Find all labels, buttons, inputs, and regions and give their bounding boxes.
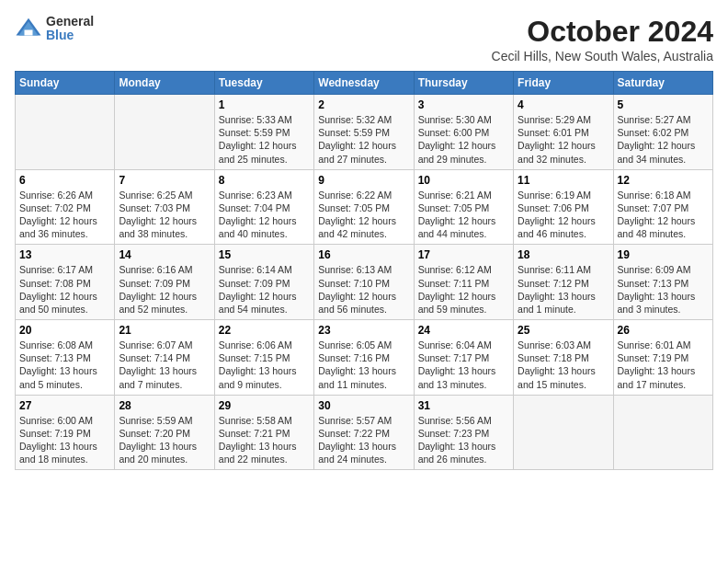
day-number: 26 xyxy=(618,324,709,337)
page-header: General Blue October 2024 Cecil Hills, N… xyxy=(15,15,713,63)
day-info: Sunrise: 5:57 AM Sunset: 7:22 PM Dayligh… xyxy=(318,414,409,466)
day-number: 12 xyxy=(618,174,709,187)
day-number: 19 xyxy=(618,248,709,261)
day-info: Sunrise: 6:12 AM Sunset: 7:11 PM Dayligh… xyxy=(418,263,509,316)
logo: General Blue xyxy=(15,15,94,43)
day-info: Sunrise: 6:23 AM Sunset: 7:04 PM Dayligh… xyxy=(219,189,310,241)
day-info: Sunrise: 5:30 AM Sunset: 6:00 PM Dayligh… xyxy=(418,113,509,166)
day-info: Sunrise: 6:14 AM Sunset: 7:09 PM Dayligh… xyxy=(219,263,310,316)
day-info: Sunrise: 5:58 AM Sunset: 7:21 PM Dayligh… xyxy=(219,414,310,466)
calendar-cell: 3Sunrise: 5:30 AM Sunset: 6:00 PM Daylig… xyxy=(414,95,513,170)
day-info: Sunrise: 6:08 AM Sunset: 7:13 PM Dayligh… xyxy=(19,339,110,391)
day-number: 3 xyxy=(418,98,509,111)
logo-general: General xyxy=(46,15,94,29)
day-number: 20 xyxy=(19,324,110,337)
week-row-1: 1Sunrise: 5:33 AM Sunset: 5:59 PM Daylig… xyxy=(16,95,713,170)
day-number: 6 xyxy=(19,174,110,187)
day-number: 16 xyxy=(318,248,409,261)
day-number: 7 xyxy=(119,174,210,187)
day-number: 21 xyxy=(119,324,210,337)
calendar-cell: 1Sunrise: 5:33 AM Sunset: 5:59 PM Daylig… xyxy=(214,95,313,170)
day-info: Sunrise: 6:17 AM Sunset: 7:08 PM Dayligh… xyxy=(19,263,110,316)
day-number: 31 xyxy=(418,399,509,412)
day-number: 15 xyxy=(219,248,310,261)
day-number: 30 xyxy=(318,399,409,412)
day-number: 14 xyxy=(119,248,210,261)
calendar-cell: 2Sunrise: 5:32 AM Sunset: 5:59 PM Daylig… xyxy=(314,95,414,170)
day-info: Sunrise: 6:22 AM Sunset: 7:05 PM Dayligh… xyxy=(318,189,409,241)
calendar-cell: 30Sunrise: 5:57 AM Sunset: 7:22 PM Dayli… xyxy=(314,395,414,470)
calendar-cell: 6Sunrise: 6:26 AM Sunset: 7:02 PM Daylig… xyxy=(16,169,115,245)
calendar-cell: 12Sunrise: 6:18 AM Sunset: 7:07 PM Dayli… xyxy=(613,169,712,245)
calendar-body: 1Sunrise: 5:33 AM Sunset: 5:59 PM Daylig… xyxy=(16,95,713,470)
calendar-cell: 8Sunrise: 6:23 AM Sunset: 7:04 PM Daylig… xyxy=(214,169,313,245)
day-number: 22 xyxy=(219,324,310,337)
logo-icon xyxy=(15,15,42,42)
calendar-cell: 25Sunrise: 6:03 AM Sunset: 7:18 PM Dayli… xyxy=(514,320,613,396)
week-row-4: 20Sunrise: 6:08 AM Sunset: 7:13 PM Dayli… xyxy=(16,320,713,396)
day-number: 18 xyxy=(518,248,609,261)
day-number: 10 xyxy=(418,174,509,187)
week-row-2: 6Sunrise: 6:26 AM Sunset: 7:02 PM Daylig… xyxy=(16,169,713,245)
day-number: 8 xyxy=(219,174,310,187)
calendar-cell xyxy=(514,395,613,470)
day-number: 29 xyxy=(219,399,310,412)
day-number: 17 xyxy=(418,248,509,261)
header-day-friday: Friday xyxy=(514,72,613,95)
header-day-wednesday: Wednesday xyxy=(314,72,414,95)
calendar-cell xyxy=(613,395,712,470)
calendar-cell: 10Sunrise: 6:21 AM Sunset: 7:05 PM Dayli… xyxy=(414,169,513,245)
day-info: Sunrise: 6:09 AM Sunset: 7:13 PM Dayligh… xyxy=(618,263,709,316)
calendar-table: SundayMondayTuesdayWednesdayThursdayFrid… xyxy=(15,71,713,470)
calendar-cell: 29Sunrise: 5:58 AM Sunset: 7:21 PM Dayli… xyxy=(214,395,313,470)
day-info: Sunrise: 6:19 AM Sunset: 7:06 PM Dayligh… xyxy=(518,189,609,241)
header-day-sunday: Sunday xyxy=(16,72,115,95)
day-info: Sunrise: 6:07 AM Sunset: 7:14 PM Dayligh… xyxy=(119,339,210,391)
day-info: Sunrise: 6:13 AM Sunset: 7:10 PM Dayligh… xyxy=(318,263,409,316)
day-number: 5 xyxy=(618,98,709,111)
day-number: 11 xyxy=(518,174,609,187)
day-info: Sunrise: 6:25 AM Sunset: 7:03 PM Dayligh… xyxy=(119,189,210,241)
day-info: Sunrise: 6:26 AM Sunset: 7:02 PM Dayligh… xyxy=(19,189,110,241)
calendar-cell: 13Sunrise: 6:17 AM Sunset: 7:08 PM Dayli… xyxy=(16,245,115,320)
day-number: 28 xyxy=(119,399,210,412)
day-info: Sunrise: 5:59 AM Sunset: 7:20 PM Dayligh… xyxy=(119,414,210,466)
day-number: 25 xyxy=(518,324,609,337)
day-number: 4 xyxy=(518,98,609,111)
svg-rect-2 xyxy=(25,30,33,36)
week-row-3: 13Sunrise: 6:17 AM Sunset: 7:08 PM Dayli… xyxy=(16,245,713,320)
day-info: Sunrise: 6:11 AM Sunset: 7:12 PM Dayligh… xyxy=(518,263,609,316)
title-block: October 2024 Cecil Hills, New South Wale… xyxy=(492,15,713,63)
day-number: 2 xyxy=(318,98,409,111)
day-info: Sunrise: 6:04 AM Sunset: 7:17 PM Dayligh… xyxy=(418,339,509,391)
day-number: 27 xyxy=(19,399,110,412)
header-day-thursday: Thursday xyxy=(414,72,513,95)
calendar-cell: 9Sunrise: 6:22 AM Sunset: 7:05 PM Daylig… xyxy=(314,169,414,245)
day-number: 24 xyxy=(418,324,509,337)
calendar-header: SundayMondayTuesdayWednesdayThursdayFrid… xyxy=(16,72,713,95)
calendar-cell: 14Sunrise: 6:16 AM Sunset: 7:09 PM Dayli… xyxy=(115,245,214,320)
day-info: Sunrise: 6:06 AM Sunset: 7:15 PM Dayligh… xyxy=(219,339,310,391)
calendar-cell: 27Sunrise: 6:00 AM Sunset: 7:19 PM Dayli… xyxy=(16,395,115,470)
day-number: 9 xyxy=(318,174,409,187)
calendar-cell: 23Sunrise: 6:05 AM Sunset: 7:16 PM Dayli… xyxy=(314,320,414,396)
header-row: SundayMondayTuesdayWednesdayThursdayFrid… xyxy=(16,72,713,95)
calendar-cell: 21Sunrise: 6:07 AM Sunset: 7:14 PM Dayli… xyxy=(115,320,214,396)
day-info: Sunrise: 6:03 AM Sunset: 7:18 PM Dayligh… xyxy=(518,339,609,391)
day-info: Sunrise: 6:00 AM Sunset: 7:19 PM Dayligh… xyxy=(19,414,110,466)
day-info: Sunrise: 5:27 AM Sunset: 6:02 PM Dayligh… xyxy=(618,113,709,166)
calendar-cell: 28Sunrise: 5:59 AM Sunset: 7:20 PM Dayli… xyxy=(115,395,214,470)
logo-text: General Blue xyxy=(46,15,94,43)
calendar-cell: 24Sunrise: 6:04 AM Sunset: 7:17 PM Dayli… xyxy=(414,320,513,396)
calendar-cell: 19Sunrise: 6:09 AM Sunset: 7:13 PM Dayli… xyxy=(613,245,712,320)
calendar-cell: 7Sunrise: 6:25 AM Sunset: 7:03 PM Daylig… xyxy=(115,169,214,245)
day-info: Sunrise: 5:32 AM Sunset: 5:59 PM Dayligh… xyxy=(318,113,409,166)
day-info: Sunrise: 5:33 AM Sunset: 5:59 PM Dayligh… xyxy=(219,113,310,166)
day-number: 23 xyxy=(318,324,409,337)
day-info: Sunrise: 6:18 AM Sunset: 7:07 PM Dayligh… xyxy=(618,189,709,241)
day-info: Sunrise: 6:01 AM Sunset: 7:19 PM Dayligh… xyxy=(618,339,709,391)
calendar-cell: 22Sunrise: 6:06 AM Sunset: 7:15 PM Dayli… xyxy=(214,320,313,396)
day-number: 13 xyxy=(19,248,110,261)
header-day-monday: Monday xyxy=(115,72,214,95)
day-info: Sunrise: 5:29 AM Sunset: 6:01 PM Dayligh… xyxy=(518,113,609,166)
